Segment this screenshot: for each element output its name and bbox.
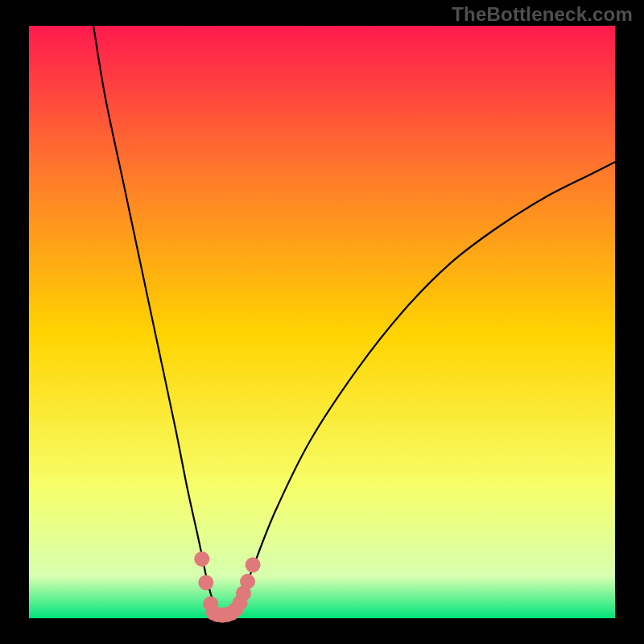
chart-frame: TheBottleneck.com — [0, 0, 644, 644]
bottleneck-chart — [0, 0, 644, 644]
highlight-dot — [198, 575, 213, 590]
highlight-dot — [194, 551, 209, 567]
plot-background — [29, 26, 615, 618]
highlight-dot — [246, 557, 261, 572]
highlight-dot — [240, 574, 255, 589]
